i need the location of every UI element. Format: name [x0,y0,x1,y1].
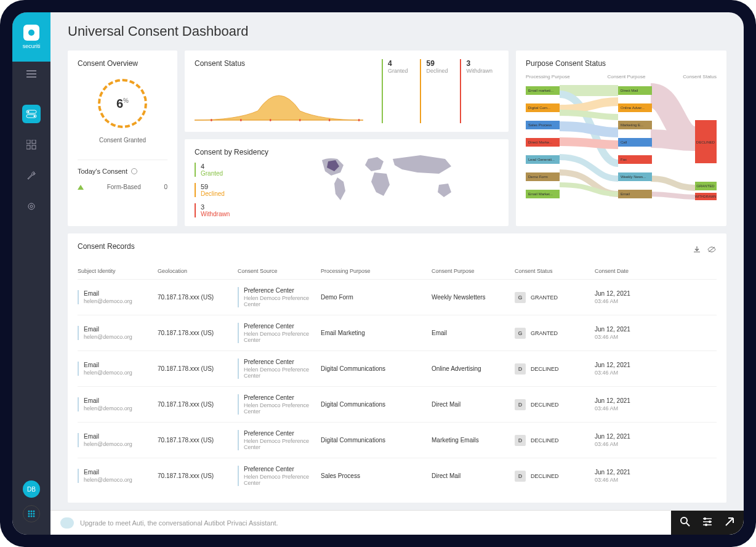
table-row[interactable]: Emailhelen@democo.org 70.187.178.xxx (US… [78,386,717,422]
menu-toggle[interactable] [12,62,50,86]
nav-dashboard[interactable] [22,136,41,154]
svg-text:GRANTED: GRANTED [696,184,715,188]
stat-granted: 4 Granted [382,59,408,123]
sliders-icon [702,516,713,527]
svg-rect-5 [32,140,36,144]
status-badge: DDECLINED [515,435,559,446]
visibility-button[interactable] [707,245,717,254]
svg-point-62 [709,521,711,523]
svg-point-16 [28,516,30,517]
svg-text:Direct Marke...: Direct Marke... [528,140,552,144]
brand-logo[interactable]: securiti [12,12,50,62]
purpose-title: Purpose Consent Status [526,59,717,68]
svg-point-61 [704,517,706,520]
svg-point-24 [329,119,331,121]
svg-point-3 [34,115,36,117]
table-header: Subject Identity Geolocation Consent Sou… [78,263,717,279]
svg-text:Email Market...: Email Market... [528,192,553,196]
overview-label: Consent Granted [99,137,146,144]
purpose-card: Purpose Consent Status Processing Purpos… [516,51,726,226]
bottom-bar: Upgrade to meet Auti, the conversational… [50,510,744,535]
filter-button[interactable] [702,516,713,530]
svg-text:Weekly News...: Weekly News... [621,175,646,179]
svg-point-20 [211,119,212,121]
today-row: Form-Based 0 [78,184,167,190]
today-title: Today's Consent [78,168,127,175]
svg-text:Email: Email [621,192,630,196]
svg-text:Direct Mail: Direct Mail [621,89,638,92]
svg-point-22 [270,119,271,121]
svg-point-13 [28,513,30,515]
logo-icon [23,25,39,41]
svg-text:Digital Com...: Digital Com... [528,106,550,110]
svg-point-8 [28,203,34,209]
arrow-icon [724,516,735,527]
status-badge: DDECLINED [515,363,559,375]
wrench-icon [26,171,36,180]
hamburger-icon [26,70,36,78]
svg-point-10 [28,511,30,513]
svg-text:Email marketi...: Email marketi... [528,89,554,92]
download-icon [693,246,701,253]
grid-icon [26,140,36,150]
status-card: Consent Status [185,51,509,132]
gear-icon [26,201,36,211]
status-badge: DDECLINED [515,399,559,410]
table-row[interactable]: Emailhelen@democo.org 70.187.178.xxx (US… [78,422,717,458]
svg-point-12 [33,511,35,513]
residency-title: Consent by Residency [195,148,268,156]
svg-text:Call: Call [621,140,627,144]
svg-point-25 [358,119,360,121]
world-map [281,148,499,209]
svg-point-18 [33,516,35,517]
nav-settings[interactable] [22,197,41,216]
status-badge: GGRANTED [515,328,558,339]
clock-icon [131,168,137,174]
expand-button[interactable] [724,516,735,530]
svg-text:Marketing E...: Marketing E... [621,123,643,127]
nav-consent[interactable] [22,105,41,123]
svg-text:Sales Process: Sales Process [528,123,552,127]
svg-point-21 [240,119,242,121]
svg-point-17 [31,516,33,517]
status-chart [195,74,363,123]
chat-icon[interactable] [60,517,74,529]
search-icon [680,516,691,527]
svg-text:DECLINED: DECLINED [696,140,715,144]
svg-point-15 [33,513,35,515]
svg-point-11 [31,511,33,513]
svg-rect-6 [26,145,30,149]
svg-text:Online Adver...: Online Adver... [621,106,645,110]
svg-point-14 [31,513,33,515]
svg-text:Demo Form: Demo Form [528,175,548,179]
page-title: Universal Consent Dashboard [68,23,726,39]
table-row[interactable]: Emailhelen@democo.org 70.187.178.xxx (US… [78,279,717,315]
svg-text:WITHDRAWN: WITHDRAWN [695,195,717,198]
svg-text:Lead Generati...: Lead Generati... [528,158,555,161]
res-withdrawn: 3 Withdrawn [195,203,268,217]
nav-tools[interactable] [22,166,41,185]
table-row[interactable]: Emailhelen@democo.org 70.187.178.xxx (US… [78,315,717,350]
status-badge: DDECLINED [515,471,559,482]
trend-up-icon [78,185,84,190]
table-row[interactable]: Emailhelen@democo.org 70.187.178.xxx (US… [78,458,717,493]
res-granted: 4 Granted [195,163,268,177]
residency-card: Consent by Residency 4 Granted 59 Declin… [185,139,509,226]
svg-point-23 [299,119,301,121]
search-button[interactable] [680,516,691,530]
upgrade-text: Upgrade to meet Auti, the conversational… [80,519,671,527]
overview-title: Consent Overview [78,59,167,68]
records-title: Consent Records [78,242,135,251]
stat-declined: 59 Declined [420,59,448,123]
table-row[interactable]: Emailhelen@democo.org 70.187.178.xxx (US… [78,350,717,386]
download-button[interactable] [692,245,702,254]
user-avatar[interactable]: DB [23,480,40,498]
svg-rect-7 [32,145,36,149]
apps-icon[interactable] [23,505,40,522]
status-badge: GGRANTED [515,292,558,303]
svg-text:Fax: Fax [621,158,627,161]
svg-point-63 [705,524,707,526]
res-declined: 59 Declined [195,183,268,197]
toggle-icon [26,110,37,118]
overview-value: 6% [116,97,129,111]
